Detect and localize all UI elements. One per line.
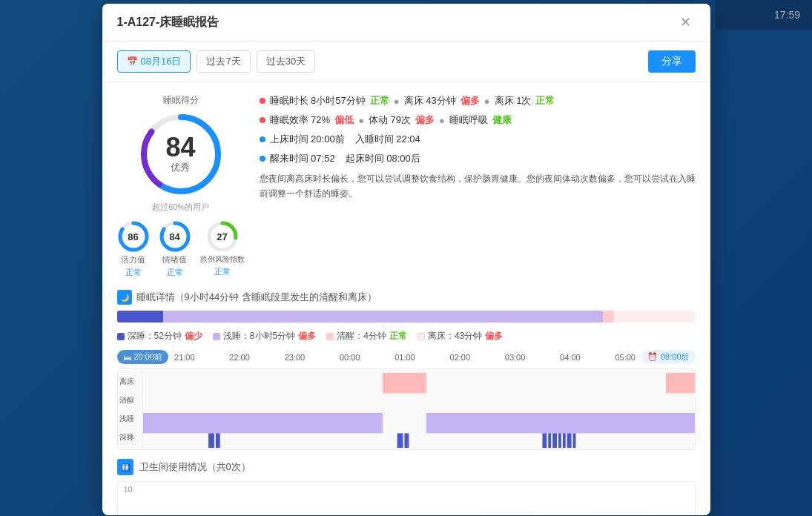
score-label: 睡眠得分 [163,94,199,107]
stat-row-1: 睡眠时长 8小时57分钟 正常 ● 离床 43分钟 偏多 ● 离床 1次 正常 [260,94,696,108]
sub-metric-vitality: 86 活力值 正常 [117,220,150,278]
score-grade: 优秀 [165,161,195,174]
svg-rect-21 [567,433,571,448]
sub-metric-fall-risk: 27 跌倒风险指数 正常 [200,220,245,278]
deep-sleep-dot [117,333,125,340]
mood-circle: 84 [159,220,191,253]
svg-rect-11 [426,413,694,433]
svg-rect-14 [397,433,403,448]
light-sleep-bar [163,311,603,322]
advice-text: 您夜间离高床时长偏长，您可以尝试调整饮食结构，保护肠胃健康。您的夜间体动次数偏多… [260,171,696,202]
deep-sleep-bar [117,311,163,322]
close-button[interactable]: ✕ [676,14,696,30]
bed-icon: 🛏 [123,353,131,362]
dot-icon [260,136,265,142]
awake-dot [326,333,334,340]
legend-light: 浅睡：8小时5分钟 偏多 [213,330,316,343]
svg-rect-15 [404,433,409,448]
bathroom-section-header: 🚻 卫生间使用情况（共0次） [117,459,696,475]
svg-rect-13 [215,433,219,448]
calendar-icon: 📅 [127,56,138,67]
dot-icon [260,98,265,104]
time-axis: 🛏 20:00前 21:00 22:00 23:00 00:00 01:00 0… [117,350,696,364]
sleep-detail-icon: 🌙 [117,290,132,305]
start-time-badge: 🛏 20:00前 [117,350,169,364]
score-section: 睡眠得分 84 优秀 [117,94,245,278]
svg-rect-20 [562,433,565,448]
date-label: 08月16日 [141,55,182,68]
svg-rect-22 [572,433,575,448]
modal-title: 1-A127-床睡眠报告 [117,15,219,30]
out-of-bed-dot [417,333,425,340]
modal-body: 睡眠得分 84 优秀 [102,82,710,515]
stat-row-2: 睡眠效率 72% 偏低 ● 体动 79次 偏多 ● 睡眠呼吸 健康 [260,113,696,127]
stats-panel: 睡眠时长 8小时57分钟 正常 ● 离床 43分钟 偏多 ● 离床 1次 正常 … [260,94,696,278]
vitality-circle: 86 [117,220,150,253]
svg-rect-12 [208,433,214,448]
out-of-bed-bar [614,311,695,322]
legend-out: 离床：43分钟 偏多 [417,330,503,343]
share-button[interactable]: 分享 [648,50,696,73]
period-30-button[interactable]: 过去30天 [257,50,315,73]
sub-metric-mood: 84 情绪值 正常 [159,220,191,278]
bathroom-icon: 🚻 [117,459,133,475]
sleep-detail-header: 🌙 睡眠详情（9小时44分钟 含睡眠段里发生的清醒和离床） [117,290,696,305]
modal-header: 1-A127-床睡眠报告 ✕ [102,4,710,42]
end-time-badge: ⏰ 08:00后 [641,350,696,364]
sub-metrics: 86 活力值 正常 84 [117,220,245,278]
score-circle: 84 优秀 [136,110,225,199]
svg-rect-9 [143,413,383,433]
dot-icon [260,117,265,123]
legend-deep: 深睡：52分钟 偏少 [117,330,202,343]
dot-icon [260,156,265,162]
bathroom-chart: 10 [117,481,696,515]
fall-risk-circle: 27 [206,220,239,253]
legend-row: 深睡：52分钟 偏少 浅睡：8小时5分钟 偏多 清醒：4分钟 正常 [117,330,696,343]
score-subtitle: 超过60%的用户 [152,202,209,213]
stage-bar [117,311,696,322]
svg-rect-18 [552,433,557,448]
stage-chart-labels: 离床 清醒 浅睡 深睡 [118,369,143,449]
awake-bar [603,311,615,322]
time-labels: 21:00 22:00 23:00 00:00 01:00 02:00 03:0… [171,353,638,362]
alarm-icon: ⏰ [647,352,658,362]
score-value: 84 [165,134,195,161]
date-button[interactable]: 📅 08月16日 [117,50,191,73]
light-sleep-dot [213,333,220,340]
svg-rect-23 [665,373,694,393]
sleep-detail-section: 🌙 睡眠详情（9小时44分钟 含睡眠段里发生的清醒和离床） 深睡：52分钟 偏少 [117,290,696,515]
top-section: 睡眠得分 84 优秀 [117,94,696,278]
svg-rect-19 [558,433,561,448]
score-center: 84 优秀 [165,134,195,174]
svg-rect-10 [383,373,426,393]
modal-dialog: 1-A127-床睡眠报告 ✕ 📅 08月16日 过去7天 过去30天 分享 睡眠… [102,4,710,515]
modal-toolbar: 📅 08月16日 过去7天 过去30天 分享 [102,42,710,82]
svg-rect-16 [542,433,547,448]
legend-awake: 清醒：4分钟 正常 [326,330,407,343]
stat-row-3: 上床时间 20:00前 入睡时间 22:04 [260,133,696,146]
stage-chart: 离床 清醒 浅睡 深睡 [117,368,696,450]
svg-rect-17 [548,433,551,448]
period-7-button[interactable]: 过去7天 [197,50,250,73]
modal-overlay: 1-A127-床睡眠报告 ✕ 📅 08月16日 过去7天 过去30天 分享 睡眠… [0,0,812,516]
bathroom-y-label: 10 [124,485,133,494]
stat-row-4: 醒来时间 07:52 起床时间 08:00后 [260,152,696,165]
stage-chart-canvas [143,369,695,449]
